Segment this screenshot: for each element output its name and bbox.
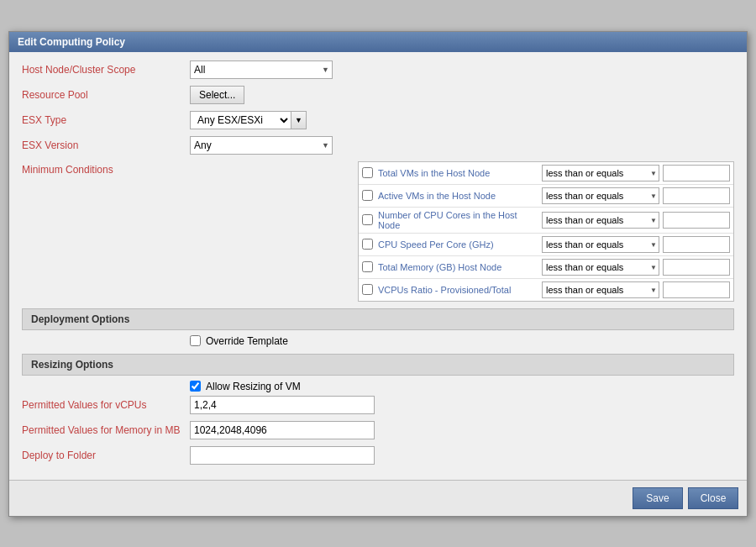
- dialog-title: Edit Computing Policy: [9, 32, 747, 52]
- condition-label-1: Active VMs in the Host Node: [378, 191, 538, 201]
- condition-row: Total Memory (GB) Host Nodeless than or …: [359, 256, 733, 279]
- min-conditions-row: Minimum Conditions Total VMs in the Host…: [22, 161, 734, 302]
- memory-label: Permitted Values for Memory in MB: [22, 424, 190, 436]
- conditions-scroll[interactable]: Total VMs in the Host Nodeless than or e…: [359, 162, 733, 301]
- condition-operator-wrap-5: less than or equalsless thanequalsgreate…: [542, 281, 659, 298]
- condition-value-input-0[interactable]: [663, 165, 730, 181]
- condition-operator-select-3[interactable]: less than or equalsless thanequalsgreate…: [542, 236, 659, 253]
- esx-version-select[interactable]: Any 4.0 4.1 5.0 5.1: [190, 136, 333, 155]
- host-node-select[interactable]: All Cluster1 Cluster2: [190, 60, 333, 79]
- memory-row: Permitted Values for Memory in MB: [22, 421, 734, 439]
- folder-label: Deploy to Folder: [22, 450, 190, 461]
- vcpus-input[interactable]: [190, 396, 375, 414]
- condition-value-input-1[interactable]: [663, 187, 730, 204]
- host-node-select-wrapper: All Cluster1 Cluster2: [190, 60, 333, 79]
- vcpus-label: Permitted Values for vCPUs: [22, 399, 190, 411]
- resource-pool-label: Resource Pool: [22, 89, 190, 101]
- allow-resize-row: Allow Resizing of VM: [190, 381, 734, 392]
- condition-label-0: Total VMs in the Host Node: [378, 168, 538, 178]
- esx-type-dropdown-btn[interactable]: ▼: [291, 111, 307, 129]
- condition-row: Number of CPU Cores in the Host Nodeless…: [359, 208, 733, 234]
- override-template-label: Override Template: [206, 335, 288, 347]
- edit-computing-policy-dialog: Edit Computing Policy Host Node/Cluster …: [8, 31, 748, 517]
- conditions-table: Total VMs in the Host Nodeless than or e…: [358, 161, 734, 302]
- condition-operator-select-2[interactable]: less than or equalsless thanequalsgreate…: [542, 212, 659, 229]
- esx-type-wrapper: Any ESX/ESXi ESX ESXi ▼: [190, 111, 307, 129]
- host-node-row: Host Node/Cluster Scope All Cluster1 Clu…: [22, 60, 734, 79]
- condition-label-5: VCPUs Ratio - Provisioned/Total: [378, 285, 538, 295]
- condition-value-input-4[interactable]: [663, 259, 730, 276]
- condition-row: Total VMs in the Host Nodeless than or e…: [359, 162, 733, 185]
- condition-row: VCPUs Ratio - Provisioned/Totalless than…: [359, 279, 733, 301]
- condition-checkbox-2[interactable]: [362, 214, 373, 225]
- resource-pool-row: Resource Pool Select...: [22, 86, 734, 104]
- deployment-section-header: Deployment Options: [22, 308, 734, 330]
- resource-pool-select-button[interactable]: Select...: [190, 86, 244, 104]
- condition-row: CPU Speed Per Core (GHz)less than or equ…: [359, 234, 733, 256]
- condition-label-4: Total Memory (GB) Host Node: [378, 262, 538, 272]
- condition-label-2: Number of CPU Cores in the Host Node: [378, 210, 538, 230]
- host-node-label: Host Node/Cluster Scope: [22, 64, 190, 76]
- resizing-section-header: Resizing Options: [22, 354, 734, 376]
- save-button[interactable]: Save: [633, 487, 683, 509]
- condition-operator-wrap-2: less than or equalsless thanequalsgreate…: [542, 212, 659, 229]
- folder-input[interactable]: [190, 446, 375, 465]
- esx-type-row: ESX Type Any ESX/ESXi ESX ESXi ▼: [22, 111, 734, 129]
- override-template-checkbox[interactable]: [190, 335, 201, 346]
- allow-resize-checkbox[interactable]: [190, 381, 201, 392]
- esx-type-label: ESX Type: [22, 114, 190, 126]
- condition-label-3: CPU Speed Per Core (GHz): [378, 239, 538, 250]
- folder-row: Deploy to Folder: [22, 446, 734, 465]
- esx-version-label: ESX Version: [22, 139, 190, 151]
- main-scroll-area: Host Node/Cluster Scope All Cluster1 Clu…: [9, 52, 747, 480]
- condition-checkbox-1[interactable]: [362, 190, 373, 201]
- override-row: Override Template: [190, 335, 734, 347]
- condition-checkbox-3[interactable]: [362, 239, 373, 250]
- condition-operator-wrap-1: less than or equalsless thanequalsgreate…: [542, 187, 659, 204]
- condition-checkbox-4[interactable]: [362, 261, 373, 272]
- condition-operator-select-1[interactable]: less than or equalsless thanequalsgreate…: [542, 187, 659, 204]
- condition-checkbox-5[interactable]: [362, 284, 373, 295]
- condition-value-input-2[interactable]: [663, 212, 730, 229]
- esx-version-select-wrapper: Any 4.0 4.1 5.0 5.1: [190, 136, 333, 155]
- dialog-footer: Save Close: [9, 480, 747, 516]
- condition-checkbox-0[interactable]: [362, 167, 373, 178]
- esx-version-row: ESX Version Any 4.0 4.1 5.0 5.1: [22, 136, 734, 155]
- condition-operator-select-0[interactable]: less than or equalsless thanequalsgreate…: [542, 165, 659, 181]
- condition-value-input-5[interactable]: [663, 281, 730, 298]
- condition-operator-select-4[interactable]: less than or equalsless thanequalsgreate…: [542, 259, 659, 276]
- condition-operator-wrap-3: less than or equalsless thanequalsgreate…: [542, 236, 659, 253]
- esx-type-select[interactable]: Any ESX/ESXi ESX ESXi: [190, 111, 291, 129]
- allow-resize-label: Allow Resizing of VM: [206, 381, 301, 392]
- condition-operator-wrap-0: less than or equalsless thanequalsgreate…: [542, 165, 659, 181]
- vcpus-row: Permitted Values for vCPUs: [22, 396, 734, 414]
- condition-value-input-3[interactable]: [663, 236, 730, 253]
- min-conditions-label: Minimum Conditions: [22, 161, 190, 302]
- memory-input[interactable]: [190, 421, 375, 439]
- condition-row: Active VMs in the Host Nodeless than or …: [359, 185, 733, 208]
- condition-operator-wrap-4: less than or equalsless thanequalsgreate…: [542, 259, 659, 276]
- close-button[interactable]: Close: [688, 487, 738, 509]
- condition-operator-select-5[interactable]: less than or equalsless thanequalsgreate…: [542, 281, 659, 298]
